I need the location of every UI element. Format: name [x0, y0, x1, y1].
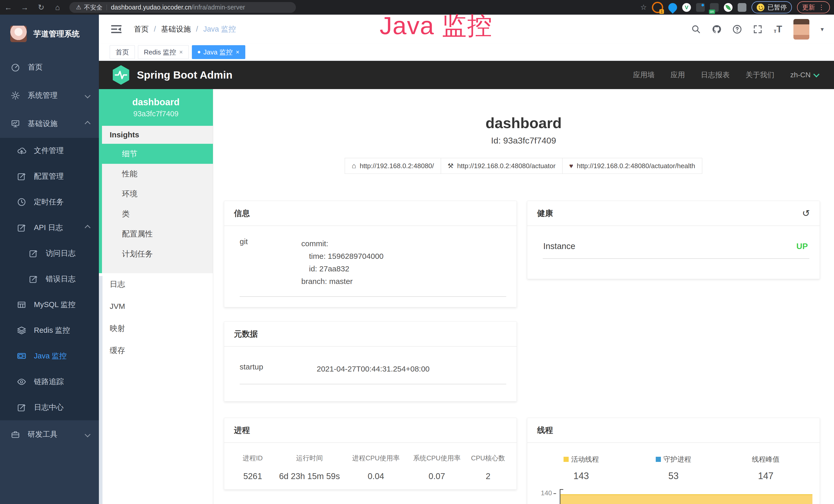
fullscreen-icon[interactable]	[753, 25, 762, 34]
search-icon[interactable]	[692, 25, 701, 34]
instance-url-group: http://192.168.0.2:48080/ http://192.168…	[213, 158, 834, 174]
browser-home-icon[interactable]	[49, 0, 66, 15]
sba-item-environment[interactable]: 环境	[102, 184, 213, 204]
breadcrumb-separator	[154, 25, 156, 33]
user-avatar[interactable]	[793, 19, 809, 40]
insights-section: Insights 细节 性能 环境 类 配置属性 计划任务	[99, 126, 213, 273]
chevron-up-icon	[85, 225, 91, 231]
process-card-title: 进程	[224, 418, 517, 443]
log-icon	[29, 249, 38, 258]
heart-icon	[569, 162, 573, 170]
metadata-key: startup	[240, 363, 317, 375]
sba-nav-wallboard[interactable]: 应用墙	[633, 70, 655, 80]
browser-reload-icon[interactable]	[33, 0, 49, 15]
sidebar-item-scheduled-jobs[interactable]: 定时任务	[0, 189, 99, 215]
pin-extension-icon[interactable]	[666, 1, 679, 13]
sidebar-item-system[interactable]: 系统管理	[0, 82, 99, 110]
sba-item-logs[interactable]: 日志	[99, 273, 213, 295]
sidebar-item-file-manage[interactable]: 文件管理	[0, 138, 99, 164]
browser-forward-icon[interactable]	[17, 0, 33, 15]
sba-item-caches[interactable]: 缓存	[99, 339, 213, 362]
health-url-button[interactable]: http://192.168.0.2:48080/actuator/health	[562, 158, 702, 174]
sba-nav-journal[interactable]: 日志报表	[701, 70, 730, 80]
divider	[240, 296, 506, 297]
close-icon[interactable]	[179, 48, 183, 56]
infra-icon	[11, 119, 20, 129]
legend-live-threads: 活动线程 143	[535, 455, 627, 481]
sba-item-classes[interactable]: 类	[102, 204, 213, 224]
bookmark-star-icon[interactable]	[640, 3, 647, 12]
grid-extension-icon[interactable]	[696, 3, 705, 12]
insights-section-label[interactable]: Insights	[102, 126, 213, 144]
url-path: /infra/admin-server	[192, 4, 245, 11]
sidebar-item-dev-tools[interactable]: 研发工具	[0, 420, 99, 449]
app-sidebar: 芋道管理系统 首页 系统管理 基础设施 文件管理 配置管理 定时任务 API 日…	[0, 15, 99, 504]
sidebar-item-tracing[interactable]: 链路追踪	[0, 369, 99, 395]
breadcrumb-home[interactable]: 首页	[134, 24, 149, 35]
extensions-puzzle-icon[interactable]	[738, 3, 746, 12]
sba-nav-about[interactable]: 关于我们	[746, 70, 774, 80]
sba-item-jvm[interactable]: JVM	[99, 295, 213, 317]
help-icon[interactable]	[732, 25, 742, 34]
info-key: git	[240, 237, 301, 288]
sba-nav-applications[interactable]: 应用	[671, 70, 685, 80]
extension-orange-icon[interactable]: 1	[652, 2, 663, 13]
sba-instance-header[interactable]: dashboard 93a3fc7f7409	[99, 89, 213, 126]
history-icon[interactable]	[802, 208, 810, 219]
font-size-icon[interactable]: тT	[774, 25, 782, 34]
sba-item-details[interactable]: 细节	[102, 144, 213, 164]
security-label: 不安全	[84, 3, 103, 12]
vue-devtools-icon[interactable]: V	[682, 3, 691, 12]
sba-item-mappings[interactable]: 映射	[99, 317, 213, 339]
scrollbar[interactable]	[99, 276, 103, 504]
menu-dots-icon[interactable]	[818, 3, 825, 11]
sidebar-item-infra[interactable]: 基础设施	[0, 110, 99, 138]
sba-item-metrics[interactable]: 性能	[102, 164, 213, 184]
legend-daemon-threads: 守护进程 53	[627, 455, 720, 481]
breadcrumb: 首页 基础设施 Java 监控	[134, 24, 236, 35]
tab-home[interactable]: 首页	[110, 45, 135, 59]
health-status-badge: UP	[796, 242, 808, 251]
browser-back-icon[interactable]	[0, 0, 17, 15]
sidebar-item-access-log[interactable]: 访问日志	[0, 240, 99, 266]
sidebar-item-java-monitor[interactable]: Java 监控	[0, 343, 99, 369]
actuator-url-button[interactable]: http://192.168.0.2:48080/actuator	[441, 158, 563, 174]
app-logo-row[interactable]: 芋道管理系统	[0, 15, 99, 53]
tab-redis-monitor[interactable]: Redis 监控	[138, 45, 189, 59]
sba-main-content: dashboard Id: 93a3fc7f7409 http://192.16…	[213, 89, 834, 504]
avatar-caret-icon[interactable]	[821, 26, 824, 33]
sba-brand[interactable]: Spring Boot Admin	[112, 65, 233, 85]
metadata-value: 2021-04-27T00:44:31.254+08:00	[317, 363, 430, 375]
service-url-button[interactable]: http://192.168.0.2:48080/	[345, 158, 441, 174]
sba-item-config-props[interactable]: 配置属性	[102, 224, 213, 244]
breadcrumb-infra[interactable]: 基础设施	[161, 24, 191, 35]
leaf-extension-icon[interactable]	[724, 3, 732, 12]
sidebar-item-mysql-monitor[interactable]: MySQL 监控	[0, 292, 99, 318]
sidebar-item-api-log[interactable]: API 日志	[0, 215, 99, 240]
divider	[543, 258, 809, 259]
y-axis-tick: 140	[533, 489, 556, 497]
locale-selector[interactable]: zh-CN	[790, 71, 818, 79]
live-threads-area	[561, 494, 812, 504]
annotation-overlay: Java 监控	[380, 9, 492, 43]
sba-logo-icon	[112, 65, 130, 85]
tab-java-monitor[interactable]: Java 监控	[192, 45, 245, 59]
switch-extension-icon[interactable]: on	[710, 3, 719, 12]
address-bar[interactable]: 不安全 dashboard.yudao.iocoder.cn/infra/adm…	[69, 2, 296, 13]
url-host: dashboard.yudao.iocoder.cn	[111, 4, 192, 11]
sidebar-item-error-log[interactable]: 错误日志	[0, 266, 99, 292]
close-icon[interactable]	[236, 48, 239, 56]
sba-item-scheduled-tasks[interactable]: 计划任务	[102, 244, 213, 264]
github-icon[interactable]	[712, 25, 721, 34]
breadcrumb-current: Java 监控	[203, 24, 236, 35]
sidebar-item-redis-monitor[interactable]: Redis 监控	[0, 318, 99, 343]
dashboard-icon	[11, 63, 20, 72]
sidebar-item-config-manage[interactable]: 配置管理	[0, 164, 99, 189]
blue-legend-swatch	[656, 457, 661, 462]
sidebar-item-home[interactable]: 首页	[0, 53, 99, 82]
update-chrome-button[interactable]: 更新	[797, 1, 830, 13]
paused-status-chip[interactable]: 已暂停	[751, 1, 792, 13]
sidebar-collapse-icon[interactable]	[111, 25, 122, 33]
sidebar-item-log-center[interactable]: 日志中心	[0, 395, 99, 420]
edit-icon	[17, 172, 26, 181]
